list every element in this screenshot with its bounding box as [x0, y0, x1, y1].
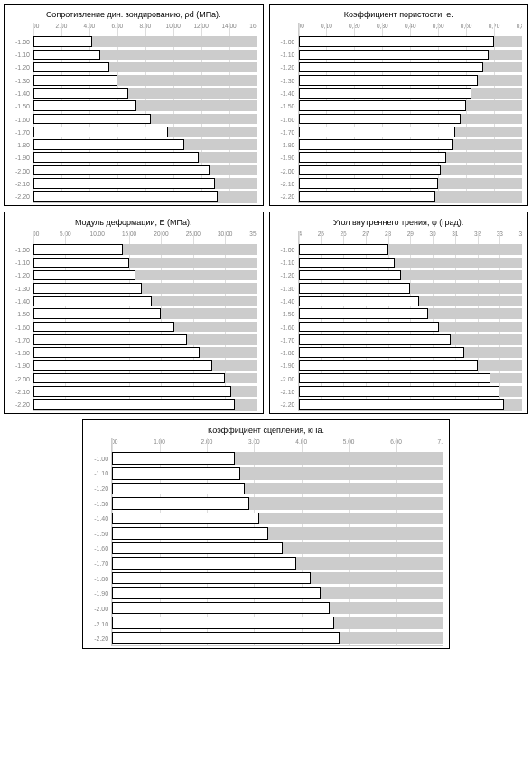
- bar-row: [299, 177, 523, 190]
- y-tick-label: -1.60: [10, 321, 30, 334]
- y-axis-labels: -1.00-1.10-1.20-1.30-1.40-1.50-1.60-1.70…: [275, 23, 298, 203]
- bar: [299, 347, 464, 358]
- y-tick-label: -1.60: [275, 321, 295, 334]
- bar-row: [299, 295, 523, 307]
- y-tick-label: -1.70: [10, 334, 30, 346]
- y-tick-label: -1.70: [10, 126, 30, 138]
- y-tick-label: -1.50: [10, 100, 30, 113]
- bar-background-fill: [215, 178, 257, 189]
- y-tick-label: -1.10: [275, 256, 295, 268]
- bar: [112, 467, 239, 480]
- bar: [33, 127, 168, 137]
- bar-background-fill: [109, 62, 257, 73]
- bar-row: [299, 61, 523, 73]
- y-tick-label: -1.90: [275, 152, 295, 165]
- bar-background-fill: [441, 165, 522, 176]
- bar-background-fill: [461, 114, 522, 125]
- bar-background-fill: [152, 296, 257, 306]
- y-tick-label: -1.40: [275, 295, 295, 307]
- bar: [112, 557, 296, 570]
- y-tick-label: -1.90: [89, 586, 108, 601]
- bar: [299, 62, 483, 73]
- bar-background-fill: [128, 88, 257, 99]
- y-tick-label: -1.60: [89, 541, 108, 557]
- bar-row: [33, 126, 257, 138]
- bar: [33, 347, 200, 358]
- y-tick-label: -1.20: [10, 269, 30, 282]
- bar-row: [33, 190, 257, 202]
- y-tick-label: -1.20: [275, 269, 295, 282]
- y-tick-label: -2.20: [10, 399, 30, 411]
- y-tick-label: -1.90: [275, 360, 295, 372]
- bar-background-fill: [494, 36, 522, 47]
- bar-row: [33, 346, 257, 359]
- bar-background-fill: [200, 347, 257, 358]
- y-tick-label: -1.20: [275, 61, 295, 74]
- bar-background-fill: [330, 602, 443, 615]
- bar-background-fill: [435, 191, 522, 202]
- bar-background-fill: [268, 527, 443, 540]
- y-tick-label: -2.00: [275, 165, 295, 177]
- y-tick-label: -1.70: [275, 334, 295, 346]
- bar-row: [299, 346, 523, 359]
- bar-background-fill: [184, 139, 257, 150]
- bar-background-fill: [199, 152, 257, 163]
- bar-row: [33, 307, 257, 320]
- y-tick-label: -2.00: [89, 601, 108, 617]
- bar-background-fill: [168, 127, 257, 137]
- bar: [33, 373, 225, 384]
- bar-background-fill: [283, 542, 443, 555]
- bar: [33, 283, 142, 294]
- bar-background-fill: [311, 572, 443, 585]
- bar-background-fill: [240, 467, 443, 480]
- bar-row: [299, 35, 523, 48]
- bar-background-fill: [117, 75, 257, 86]
- y-tick-label: -1.40: [89, 511, 108, 526]
- y-tick-label: -1.60: [10, 113, 30, 126]
- bar-row: [33, 385, 257, 398]
- bar-row: [33, 372, 257, 384]
- bar: [112, 452, 235, 465]
- bar-row: [33, 151, 257, 164]
- bar-row: [33, 99, 257, 112]
- y-tick-label: -2.10: [275, 177, 295, 190]
- chart-Emod: Модуль деформации, Е (МПа).-1.00-1.10-1.…: [4, 212, 264, 414]
- bar-background-fill: [504, 399, 522, 410]
- bar: [33, 334, 187, 345]
- bar: [33, 88, 128, 99]
- bar-row: [299, 87, 523, 99]
- y-axis-labels: -1.00-1.10-1.20-1.30-1.40-1.50-1.60-1.70…: [10, 23, 33, 203]
- y-tick-label: -2.10: [10, 177, 30, 190]
- bar-background-fill: [235, 452, 443, 465]
- bar-row: [299, 372, 523, 384]
- bar-row: [299, 256, 523, 268]
- x-tick-label: 35.00: [249, 231, 257, 237]
- bar-row: [33, 320, 257, 333]
- bar-row: [299, 385, 523, 398]
- y-tick-label: -1.50: [89, 526, 108, 541]
- bar-background-fill: [235, 399, 257, 410]
- bar-background-fill: [489, 50, 522, 61]
- bar: [299, 152, 447, 163]
- bar: [33, 270, 135, 281]
- bar-row: [33, 138, 257, 151]
- bar-background-fill: [478, 360, 523, 371]
- bar-background-fill: [245, 483, 443, 495]
- bar-row: [299, 112, 523, 125]
- bar: [299, 127, 455, 137]
- bar-background-fill: [439, 322, 522, 333]
- bar: [33, 165, 210, 176]
- bar-background-fill: [212, 360, 257, 371]
- bar-background-fill: [490, 373, 522, 384]
- y-tick-label: -2.20: [275, 191, 295, 203]
- y-tick-label: -2.10: [275, 385, 295, 398]
- bar-background-fill: [135, 270, 257, 281]
- chart-phi: Угол внутреннего трения, φ (град).-1.00-…: [269, 212, 529, 414]
- bar-background-fill: [174, 322, 257, 333]
- bar-row: [112, 630, 443, 645]
- bar-background-fill: [92, 36, 257, 47]
- y-tick-label: -1.40: [275, 87, 295, 99]
- bar-row: [299, 164, 523, 176]
- bar: [33, 360, 212, 371]
- bar-row: [33, 268, 257, 281]
